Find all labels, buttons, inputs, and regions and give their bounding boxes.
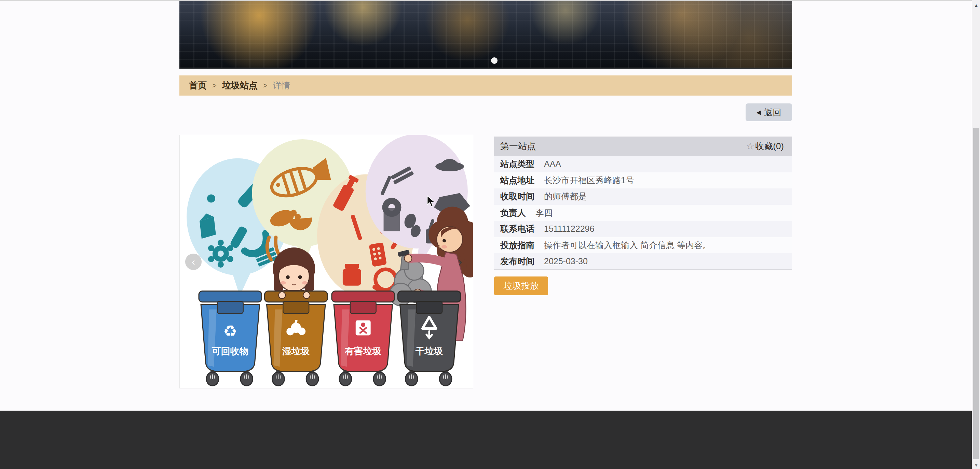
info-row-guide: 投放指南 操作者可以在输入框输入 简介信息 等内容。 (494, 237, 792, 254)
vertical-scrollbar[interactable]: ▲ ▼ (972, 0, 980, 469)
panel-header: 第一站点 ☆ 收藏(0) (494, 136, 792, 156)
bin-label: 可回收物 (212, 346, 249, 357)
station-image-carousel: ♻ 可回收物 湿垃圾 (180, 135, 473, 388)
row-value: AAA (544, 159, 561, 169)
carousel-dot[interactable] (491, 57, 498, 64)
station-title: 第一站点 (500, 140, 536, 152)
back-arrow-icon: ◀ (756, 109, 760, 116)
info-row-manager: 负责人 李四 (494, 205, 792, 221)
row-label: 负责人 (500, 207, 526, 219)
breadcrumb-separator: > (263, 81, 267, 90)
info-row-address: 站点地址 长沙市开福区秀峰路1号 (494, 173, 792, 189)
recycle-icon: ♻ (223, 322, 237, 340)
row-label: 站点地址 (500, 175, 535, 186)
bin-hazardous-waste: 有害垃圾 (332, 291, 395, 386)
carousel-next-button[interactable]: › (452, 254, 468, 270)
girl-hand (303, 292, 310, 299)
station-info-rows: 站点类型 AAA 站点地址 长沙市开福区秀峰路1号 收取时间 的师傅都是 负责人… (494, 156, 792, 270)
bin-wet-waste: 湿垃圾 (264, 291, 327, 386)
favorite-button[interactable]: ☆ 收藏(0) (744, 140, 786, 152)
bin-recyclable: ♻ 可回收物 (199, 291, 262, 386)
breadcrumb-home-link[interactable]: 首页 (189, 79, 207, 92)
station-info-panel: 第一站点 ☆ 收藏(0) 站点类型 AAA 站点地址 长沙市开福区秀峰路1号 收… (494, 136, 792, 270)
row-label: 收取时间 (500, 191, 535, 202)
row-label: 投放指南 (500, 239, 535, 251)
banner-image (180, 1, 792, 69)
row-value: 李四 (535, 207, 552, 219)
row-value: 操作者可以在输入框输入 简介信息 等内容。 (544, 239, 711, 251)
back-button-label: 返回 (764, 107, 781, 118)
scrollbar-down-arrow[interactable]: ▼ (972, 463, 980, 467)
garbage-drop-button[interactable]: 垃圾投放 (494, 276, 548, 295)
back-button[interactable]: ◀ 返回 (746, 103, 792, 121)
scrollbar-up-arrow[interactable]: ▲ (972, 3, 980, 8)
row-value: 15111122296 (544, 224, 594, 234)
row-value: 的师傅都是 (544, 191, 587, 202)
row-value: 2025-03-30 (544, 256, 588, 266)
row-label: 联系电话 (500, 223, 535, 234)
breadcrumb-current: 详情 (273, 80, 290, 91)
row-label: 站点类型 (500, 158, 535, 170)
info-row-pickup-time: 收取时间 的师傅都是 (494, 189, 792, 205)
info-row-phone: 联系电话 15111122296 (494, 221, 792, 237)
scrollbar-thumb[interactable] (973, 128, 979, 459)
row-label: 发布时间 (500, 256, 535, 267)
bin-label: 干垃圾 (415, 346, 443, 357)
hazard-icon (356, 320, 371, 336)
breadcrumb-separator: > (212, 81, 216, 90)
favorite-count-label: 收藏(0) (755, 140, 784, 152)
girl-hand (278, 292, 285, 299)
info-row-publish-date: 发布时间 2025-03-30 (494, 253, 792, 270)
page-footer (0, 410, 972, 469)
info-row-type: 站点类型 AAA (494, 156, 792, 173)
star-icon: ☆ (746, 141, 754, 152)
garbage-station-detail-page: 首页 > 垃圾站点 > 详情 ◀ 返回 (0, 0, 980, 469)
bin-label: 湿垃圾 (282, 346, 310, 357)
breadcrumb: 首页 > 垃圾站点 > 详情 (180, 75, 792, 95)
breadcrumb-section-link[interactable]: 垃圾站点 (222, 79, 258, 92)
bin-label: 有害垃圾 (344, 346, 382, 357)
bin-dry-waste: 干垃圾 (398, 291, 461, 386)
carousel-prev-button[interactable]: ‹ (185, 254, 202, 270)
row-value: 长沙市开福区秀峰路1号 (544, 175, 634, 186)
garbage-sorting-illustration: ♻ 可回收物 湿垃圾 (180, 135, 473, 388)
